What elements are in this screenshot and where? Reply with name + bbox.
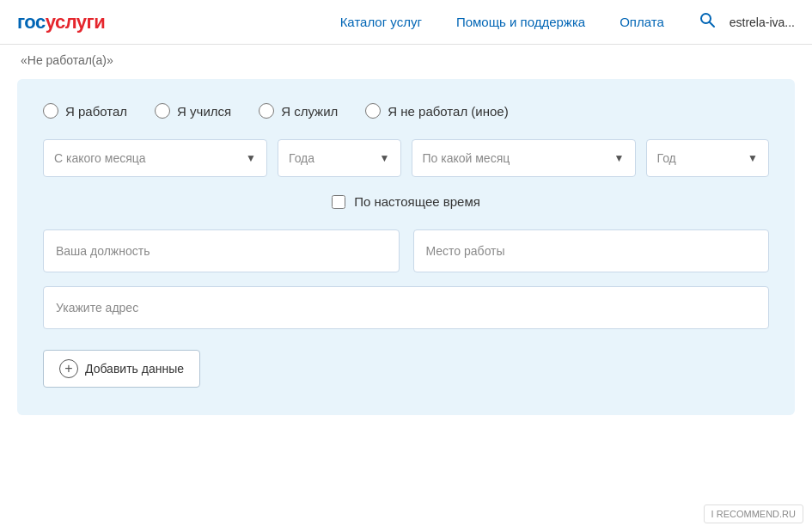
date-row: С какого месяца ▼ Года ▼ По какой месяц …: [43, 139, 769, 177]
radio-studied-label: Я учился: [177, 104, 231, 119]
logo-gos: гос: [17, 11, 46, 33]
present-checkbox[interactable]: [332, 195, 345, 209]
username: estrela-iva...: [730, 15, 795, 29]
to-month-select[interactable]: По какой месяц ▼: [412, 139, 636, 177]
from-month-label: С какого месяца: [54, 151, 239, 165]
radio-served-label: Я служил: [281, 104, 338, 119]
radio-served[interactable]: Я служил: [259, 103, 338, 119]
radio-group: Я работал Я учился Я служил Я не работал…: [43, 103, 769, 119]
from-month-select[interactable]: С какого месяца ▼: [43, 139, 267, 177]
svg-line-1: [710, 22, 714, 27]
header: госуслуги Каталог услуг Помощь и поддерж…: [0, 0, 812, 45]
add-data-button[interactable]: + Добавить данные: [43, 350, 200, 388]
search-button[interactable]: [699, 11, 716, 33]
from-month-chevron: ▼: [246, 152, 256, 164]
radio-served-input[interactable]: [259, 103, 274, 119]
position-input[interactable]: [43, 229, 400, 272]
radio-studied[interactable]: Я учился: [155, 103, 231, 119]
radio-worked-input[interactable]: [43, 103, 58, 119]
present-label: По настоящее время: [354, 194, 480, 209]
nav-support[interactable]: Помощь и поддержка: [456, 15, 585, 29]
breadcrumb: «Не работал(а)»: [17, 53, 795, 67]
nav-payment[interactable]: Оплата: [620, 15, 664, 29]
to-month-label: По какой месяц: [423, 151, 607, 165]
to-year-label: Год: [657, 151, 742, 165]
header-right: estrela-iva...: [699, 11, 795, 33]
to-year-chevron: ▼: [748, 152, 758, 164]
main-nav: Каталог услуг Помощь и поддержка Оплата: [340, 15, 664, 29]
radio-studied-input[interactable]: [155, 103, 170, 119]
workplace-input[interactable]: [413, 229, 770, 272]
radio-worked[interactable]: Я работал: [43, 103, 127, 119]
position-workplace-row: [43, 229, 769, 272]
radio-worked-label: Я работал: [65, 104, 127, 119]
watermark: I RECOMMEND.RU: [704, 504, 803, 523]
to-year-select[interactable]: Год ▼: [646, 139, 770, 177]
radio-not-worked-label: Я не работал (иное): [388, 104, 508, 119]
radio-not-worked[interactable]: Я не работал (иное): [365, 103, 508, 119]
radio-not-worked-input[interactable]: [365, 103, 381, 119]
logo-uslugi: услуги: [46, 11, 106, 33]
search-icon: [699, 11, 716, 28]
from-year-select[interactable]: Года ▼: [278, 139, 401, 177]
plus-icon: +: [59, 359, 78, 378]
add-button-label: Добавить данные: [85, 362, 184, 376]
form-card: Я работал Я учился Я служил Я не работал…: [17, 79, 795, 415]
nav-catalog[interactable]: Каталог услуг: [340, 15, 422, 29]
content: «Не работал(а)» Я работал Я учился Я слу…: [0, 45, 812, 432]
to-month-chevron: ▼: [614, 152, 625, 164]
present-checkbox-row: По настоящее время: [43, 194, 769, 209]
logo[interactable]: госуслуги: [17, 11, 105, 34]
from-year-chevron: ▼: [380, 152, 390, 164]
address-input[interactable]: [43, 286, 769, 329]
from-year-label: Года: [289, 151, 373, 165]
